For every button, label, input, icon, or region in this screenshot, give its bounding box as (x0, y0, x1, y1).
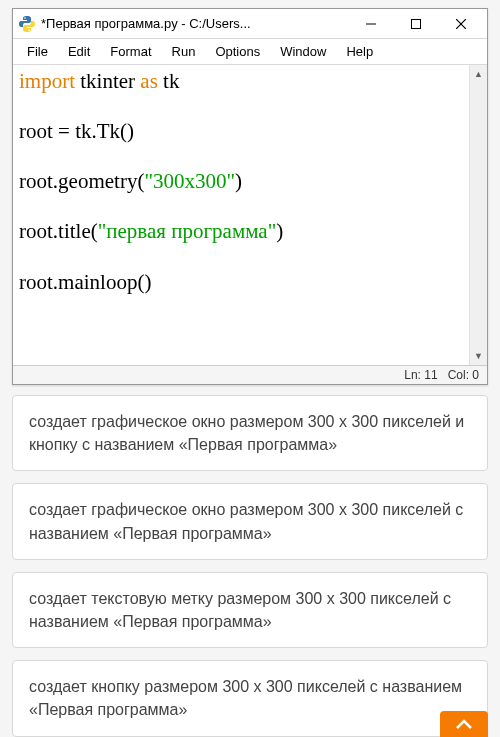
maximize-button[interactable] (393, 10, 438, 38)
code-text: ) (276, 219, 283, 243)
blank-line (19, 195, 463, 219)
string-literal: "300x300" (144, 169, 235, 193)
svg-point-1 (28, 29, 30, 31)
code-text: tkinter (75, 69, 140, 93)
code-editor[interactable]: import tkinter as tk root = tk.Tk() root… (13, 65, 469, 365)
svg-rect-3 (411, 19, 420, 28)
window-controls (348, 10, 483, 38)
menu-format[interactable]: Format (100, 41, 161, 62)
code-line: import tkinter as tk (19, 69, 463, 93)
menu-window[interactable]: Window (270, 41, 336, 62)
close-button[interactable] (438, 10, 483, 38)
code-text: root.geometry( (19, 169, 144, 193)
scroll-up-icon[interactable]: ▲ (470, 65, 487, 83)
keyword-as: as (140, 69, 158, 93)
col-indicator: Col: 0 (448, 368, 479, 382)
blank-line (19, 95, 463, 119)
menu-options[interactable]: Options (205, 41, 270, 62)
code-line: root.title("первая программа") (19, 219, 463, 243)
answer-option-1[interactable]: создает графическое окно размером 300 х … (12, 395, 488, 471)
line-indicator: Ln: 11 (404, 368, 437, 382)
chevron-up-icon (455, 718, 473, 730)
answer-option-2[interactable]: создает графическое окно размером 300 х … (12, 483, 488, 559)
code-text: root.title( (19, 219, 98, 243)
python-icon (19, 16, 35, 32)
code-line: root = tk.Tk() (19, 119, 463, 143)
vertical-scrollbar[interactable]: ▲ ▼ (469, 65, 487, 365)
string-literal: "первая программа" (98, 219, 277, 243)
editor-area: import tkinter as tk root = tk.Tk() root… (13, 65, 487, 365)
window-title: *Первая программа.py - C:/Users... (41, 16, 348, 31)
scroll-top-button[interactable] (440, 711, 488, 737)
code-line: root.mainloop() (19, 270, 463, 294)
keyword-import: import (19, 69, 75, 93)
titlebar: *Первая программа.py - C:/Users... (13, 9, 487, 39)
idle-editor-window: *Первая программа.py - C:/Users... File … (12, 8, 488, 385)
menubar: File Edit Format Run Options Window Help (13, 39, 487, 65)
blank-line (19, 246, 463, 270)
menu-help[interactable]: Help (336, 41, 383, 62)
menu-edit[interactable]: Edit (58, 41, 100, 62)
minimize-button[interactable] (348, 10, 393, 38)
code-text: ) (235, 169, 242, 193)
statusbar: Ln: 11 Col: 0 (13, 365, 487, 384)
scroll-down-icon[interactable]: ▼ (470, 347, 487, 365)
answer-option-4[interactable]: создает кнопку размером 300 х 300 пиксел… (12, 660, 488, 736)
code-text: tk (158, 69, 180, 93)
menu-file[interactable]: File (17, 41, 58, 62)
svg-point-0 (24, 17, 26, 19)
answer-options: создает графическое окно размером 300 х … (0, 395, 500, 737)
blank-line (19, 145, 463, 169)
code-line: root.geometry("300x300") (19, 169, 463, 193)
menu-run[interactable]: Run (162, 41, 206, 62)
answer-option-3[interactable]: создает текстовую метку размером 300 х 3… (12, 572, 488, 648)
